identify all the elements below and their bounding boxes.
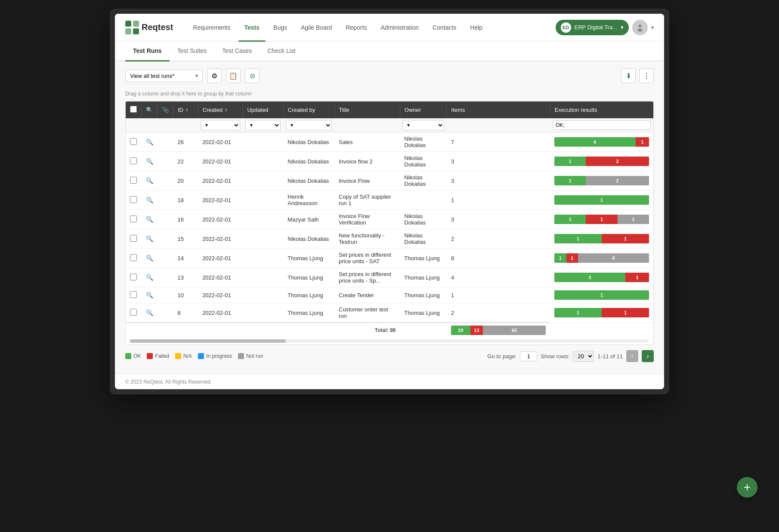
- row-checkbox[interactable]: [130, 235, 137, 242]
- row-checkbox-cell[interactable]: [126, 191, 142, 210]
- nav-requirements[interactable]: Requirements: [187, 21, 236, 34]
- row-checkbox-cell[interactable]: [126, 171, 142, 191]
- row-created: 2022-02-01: [198, 229, 243, 249]
- tab-test-suites[interactable]: Test Suites: [170, 41, 214, 62]
- filter-created[interactable]: ▾: [201, 120, 240, 130]
- filter-created-by[interactable]: ▾: [286, 120, 332, 130]
- row-search-icon-cell[interactable]: 🔍: [142, 132, 158, 152]
- nav-administration[interactable]: Administration: [374, 21, 425, 34]
- row-checkbox[interactable]: [130, 138, 137, 145]
- th-created-sort-icon: ⇕: [224, 108, 228, 112]
- copy-button[interactable]: 📋: [226, 68, 241, 83]
- row-checkbox[interactable]: [130, 274, 137, 280]
- row-search-icon-cell[interactable]: 🔍: [142, 171, 158, 191]
- pagination: Go to page: Show rows: 20 1-11 of 11 ‹ ›: [487, 350, 654, 362]
- row-checkbox[interactable]: [130, 157, 137, 164]
- th-title[interactable]: Title: [334, 101, 400, 118]
- row-checkbox-cell[interactable]: [126, 268, 142, 287]
- row-search-icon-cell[interactable]: 🔍: [142, 268, 158, 287]
- navbar: Reqtest Requirements Tests Bugs Agile Bo…: [115, 14, 664, 41]
- select-all-checkbox[interactable]: [130, 106, 137, 113]
- th-owner[interactable]: Owner: [400, 101, 447, 118]
- prev-page-button[interactable]: ‹: [626, 350, 638, 362]
- filter-exec-input[interactable]: [553, 120, 651, 130]
- th-id[interactable]: ID ⇕: [173, 101, 198, 118]
- show-rows-label: Show rows:: [541, 353, 569, 360]
- row-search-icon[interactable]: 🔍: [146, 177, 153, 184]
- row-attach-cell: [158, 152, 173, 171]
- row-checkbox-cell[interactable]: [126, 152, 142, 171]
- page-input[interactable]: [520, 351, 537, 361]
- row-title: Set prices in different price units - Sp…: [334, 268, 400, 287]
- nav-reports[interactable]: Reports: [340, 21, 373, 34]
- row-search-icon[interactable]: 🔍: [146, 309, 153, 316]
- row-search-icon[interactable]: 🔍: [146, 235, 153, 242]
- scrollbar-thumb[interactable]: [130, 339, 286, 343]
- nav-agile-board[interactable]: Agile Board: [295, 21, 338, 34]
- th-exec-results[interactable]: Execution results: [550, 101, 653, 118]
- nav-contacts[interactable]: Contacts: [427, 21, 462, 34]
- th-owner-label: Owner: [405, 107, 421, 113]
- user-avatar[interactable]: [632, 20, 648, 35]
- nav-help[interactable]: Help: [464, 21, 488, 34]
- row-exec: 116: [550, 249, 653, 268]
- row-owner: Nikolas Dokalias: [400, 171, 447, 191]
- download-button[interactable]: ⬇: [621, 68, 636, 83]
- row-search-icon[interactable]: 🔍: [146, 255, 153, 261]
- logo[interactable]: Reqtest: [125, 21, 173, 34]
- more-options-button[interactable]: ⋮: [639, 68, 654, 83]
- row-search-icon[interactable]: 🔍: [146, 274, 153, 281]
- row-checkbox-cell[interactable]: [126, 287, 142, 303]
- row-checkbox-cell[interactable]: [126, 303, 142, 323]
- row-search-icon[interactable]: 🔍: [146, 138, 153, 145]
- row-checkbox[interactable]: [130, 177, 137, 184]
- nav-tests[interactable]: Tests: [238, 21, 266, 34]
- row-checkbox[interactable]: [130, 215, 137, 222]
- row-search-icon[interactable]: 🔍: [146, 292, 153, 298]
- row-search-icon[interactable]: 🔍: [146, 216, 153, 223]
- row-search-icon-cell[interactable]: 🔍: [142, 210, 158, 229]
- settings-button[interactable]: ⚙: [207, 68, 222, 83]
- row-search-icon-cell[interactable]: 🔍: [142, 303, 158, 323]
- tab-test-cases[interactable]: Test Cases: [214, 41, 260, 62]
- nav-bugs[interactable]: Bugs: [267, 21, 293, 34]
- row-search-icon-cell[interactable]: 🔍: [142, 249, 158, 268]
- legend-label: Not run: [246, 353, 263, 359]
- row-checkbox[interactable]: [130, 196, 137, 203]
- row-search-icon-cell[interactable]: 🔍: [142, 152, 158, 171]
- th-title-label: Title: [339, 107, 349, 113]
- org-selector[interactable]: ED ERP Digital Tra... ▾: [556, 20, 629, 35]
- row-search-icon-cell[interactable]: 🔍: [142, 287, 158, 303]
- row-checkbox[interactable]: [130, 291, 137, 298]
- row-checkbox-cell[interactable]: [126, 249, 142, 268]
- th-updated-label: Updated: [247, 107, 268, 113]
- legend-item: Failed: [147, 353, 169, 359]
- tab-test-runs[interactable]: Test Runs: [125, 41, 170, 62]
- row-checkbox-cell[interactable]: [126, 132, 142, 152]
- filter-updated[interactable]: ▾: [245, 120, 281, 130]
- row-search-icon[interactable]: 🔍: [146, 197, 153, 203]
- row-checkbox-cell[interactable]: [126, 229, 142, 249]
- row-exec: 11: [550, 229, 653, 249]
- th-items[interactable]: Items: [447, 101, 550, 118]
- row-search-icon[interactable]: 🔍: [146, 158, 153, 165]
- row-search-icon-cell[interactable]: 🔍: [142, 229, 158, 249]
- row-created-by: Nikolas Dokalias: [283, 152, 334, 171]
- th-updated[interactable]: Updated: [243, 101, 283, 118]
- view-selector[interactable]: View all test runs* ▾: [125, 70, 203, 82]
- row-checkbox-cell[interactable]: [126, 210, 142, 229]
- row-items: 2: [447, 303, 550, 323]
- row-checkbox[interactable]: [130, 254, 137, 261]
- th-created-by[interactable]: Created by: [283, 101, 334, 118]
- tab-check-list[interactable]: Check List: [260, 41, 303, 62]
- row-search-icon-cell[interactable]: 🔍: [142, 191, 158, 210]
- filter-owner[interactable]: ▾: [402, 120, 444, 130]
- filter-clear-button[interactable]: ⊘: [245, 68, 260, 83]
- th-select-all[interactable]: [126, 101, 142, 118]
- row-checkbox[interactable]: [130, 309, 137, 316]
- th-created[interactable]: Created ⇕: [198, 101, 243, 118]
- next-page-button[interactable]: ›: [642, 350, 654, 362]
- rows-per-page-select[interactable]: 20: [573, 351, 594, 362]
- copyright-label: © 2023 ReQtest. All Rights Reserved.: [125, 379, 212, 385]
- horizontal-scrollbar[interactable]: [130, 339, 649, 343]
